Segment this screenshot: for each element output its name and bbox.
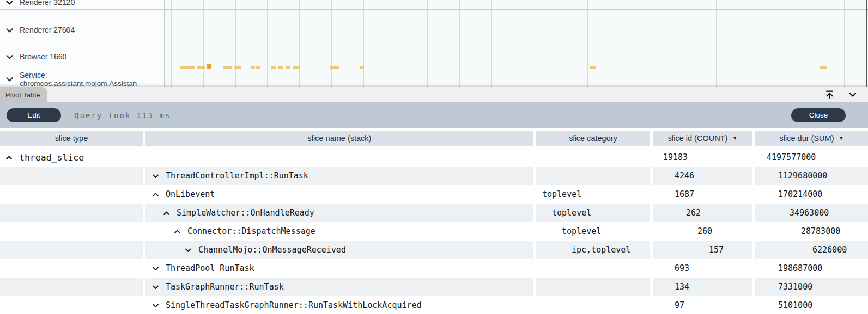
timeline-grid[interactable] [165, 0, 868, 87]
chevron-down-icon[interactable] [151, 282, 160, 292]
cell-slice-type: thread_slice [0, 148, 143, 167]
timeline-section: Renderer 32120Renderer 27604Browser 1660… [0, 0, 868, 87]
chevron-down-icon[interactable] [4, 0, 15, 8]
chevron-down-icon[interactable] [151, 301, 160, 310]
cell-slice-category: toplevel [536, 185, 650, 204]
cell-slice-name: TaskGraphRunner::RunTask [145, 278, 533, 296]
trace-slice[interactable] [256, 66, 260, 69]
cell-slice-dur-sum: 6226000 [755, 241, 868, 259]
chevron-up-icon[interactable] [173, 227, 182, 236]
cell-slice-name: ThreadControllerImpl::RunTask [145, 167, 533, 185]
pivot-table-header-row: slice typeslice name (stack)slice catego… [0, 131, 868, 146]
chevron-down-icon[interactable] [847, 89, 858, 100]
edit-button[interactable]: Edit [7, 108, 61, 122]
trace-slice[interactable] [251, 66, 255, 69]
slice-name-label: Connector::DispatchMessage [187, 226, 315, 236]
slice-name-label: ChannelMojo::OnMessageReceived [198, 245, 346, 255]
chevron-down-icon[interactable] [184, 245, 193, 255]
column-header[interactable]: slice name (stack) [145, 131, 533, 146]
vertical-align-top-icon[interactable] [824, 89, 835, 101]
cell-slice-type [0, 167, 143, 185]
cell-slice-id-count: 4246 [653, 167, 752, 185]
slice-name-label: SimpleWatcher::OnHandleReady [177, 208, 314, 218]
slice-name-label: SingleThreadTaskGraphRunner::RunTaskWith… [166, 300, 422, 310]
trace-slice[interactable] [820, 66, 827, 69]
cell-slice-name: ChannelMojo::OnMessageReceived [145, 241, 533, 259]
cell-slice-name [145, 148, 533, 167]
chevron-down-icon[interactable] [4, 74, 15, 84]
track-row[interactable]: Service:chromeos.assistant.mojom.Assista… [4, 72, 137, 85]
track-label: Renderer 27604 [20, 26, 75, 34]
cell-slice-category: toplevel [536, 222, 650, 241]
cell-slice-dur-sum: 4197577000 [755, 148, 868, 167]
chevron-down-icon[interactable] [151, 264, 160, 273]
trace-slice[interactable] [286, 66, 290, 69]
cell-slice-type [0, 278, 143, 296]
trace-slice[interactable] [330, 66, 339, 69]
table-row: thread_slice191834197577000 [0, 148, 868, 167]
cell-slice-category: toplevel [536, 204, 650, 222]
chevron-down-icon[interactable] [4, 25, 15, 35]
column-header-label: slice type [55, 134, 88, 143]
column-header-label: slice dur (SUM) [780, 134, 834, 143]
cell-slice-name: SimpleWatcher::OnHandleReady [145, 204, 533, 222]
track-row[interactable]: Browser 1660 [4, 50, 66, 63]
cell-slice-dur-sum: 5101000 [755, 296, 868, 314]
trace-slice[interactable] [278, 66, 283, 69]
column-header[interactable]: slice type [0, 131, 143, 146]
cell-slice-category [536, 296, 650, 314]
chevron-down-icon[interactable] [4, 52, 15, 62]
close-button[interactable]: Close [791, 108, 846, 122]
sort-descending-icon[interactable]: ▼ [839, 136, 843, 141]
table-row: SimpleWatcher::OnHandleReadytoplevel2623… [0, 204, 868, 222]
track-separator [0, 9, 868, 10]
column-header[interactable]: slice dur (SUM)▼ [755, 131, 868, 146]
table-row: ThreadPool_RunTask693198687000 [0, 259, 868, 278]
cell-slice-dur-sum: 198687000 [755, 259, 868, 278]
column-header[interactable]: slice id (COUNT)▼ [653, 131, 752, 146]
trace-slice[interactable] [180, 66, 195, 69]
cell-slice-dur-sum: 7331000 [755, 278, 868, 296]
chevron-up-icon[interactable] [4, 153, 14, 162]
trace-slice[interactable] [207, 64, 211, 69]
pivot-table-panel: Pivot Table Edit Query took 113 ms Close… [0, 87, 868, 314]
track-label: Service:chromeos.assistant.mojom.Assista… [20, 71, 137, 88]
trace-slice[interactable] [293, 66, 300, 69]
timeline-right-edge [866, 0, 867, 87]
sort-descending-icon[interactable]: ▼ [732, 136, 737, 141]
table-row: SingleThreadTaskGraphRunner::RunTaskWith… [0, 296, 868, 314]
table-row: ChannelMojo::OnMessageReceivedipc,toplev… [0, 241, 868, 259]
slice-type-label: thread_slice [19, 152, 84, 163]
query-status-text: Query took 113 ms [74, 111, 171, 120]
cell-slice-name: Connector::DispatchMessage [145, 222, 533, 241]
cell-slice-id-count: 19183 [653, 148, 752, 167]
chevron-down-icon[interactable] [151, 171, 160, 181]
cell-slice-id-count: 1687 [653, 185, 752, 204]
track-row[interactable]: Renderer 27604 [4, 23, 75, 36]
trace-slice[interactable] [197, 66, 205, 69]
table-row: OnLibeventtoplevel1687170214000 [0, 185, 868, 204]
tab-bar-spacer [47, 87, 824, 102]
trace-slice[interactable] [234, 66, 241, 69]
chevron-up-icon[interactable] [162, 208, 171, 218]
trace-slice[interactable] [271, 66, 276, 69]
track-label: Browser 1660 [20, 52, 66, 61]
trace-slice[interactable] [360, 66, 364, 69]
cell-slice-name: SingleThreadTaskGraphRunner::RunTaskWith… [145, 296, 533, 314]
trace-slice[interactable] [223, 66, 232, 69]
table-row: Connector::DispatchMessagetoplevel260287… [0, 222, 868, 241]
column-header-label: slice name (stack) [308, 134, 372, 143]
chevron-up-icon[interactable] [151, 190, 160, 199]
tab-pivot-table[interactable]: Pivot Table [0, 87, 47, 102]
cell-slice-id-count: 693 [653, 259, 752, 278]
cell-slice-type [0, 185, 143, 204]
track-row[interactable]: Renderer 32120 [4, 0, 75, 9]
column-header[interactable]: slice category [536, 131, 650, 146]
cell-slice-id-count: 157 [653, 241, 752, 259]
slice-name-label: ThreadControllerImpl::RunTask [166, 171, 308, 181]
cell-slice-type [0, 241, 143, 259]
cell-slice-id-count: 134 [653, 278, 752, 296]
cell-slice-category [536, 278, 650, 296]
trace-slice[interactable] [590, 66, 596, 69]
cell-slice-category [536, 148, 650, 167]
